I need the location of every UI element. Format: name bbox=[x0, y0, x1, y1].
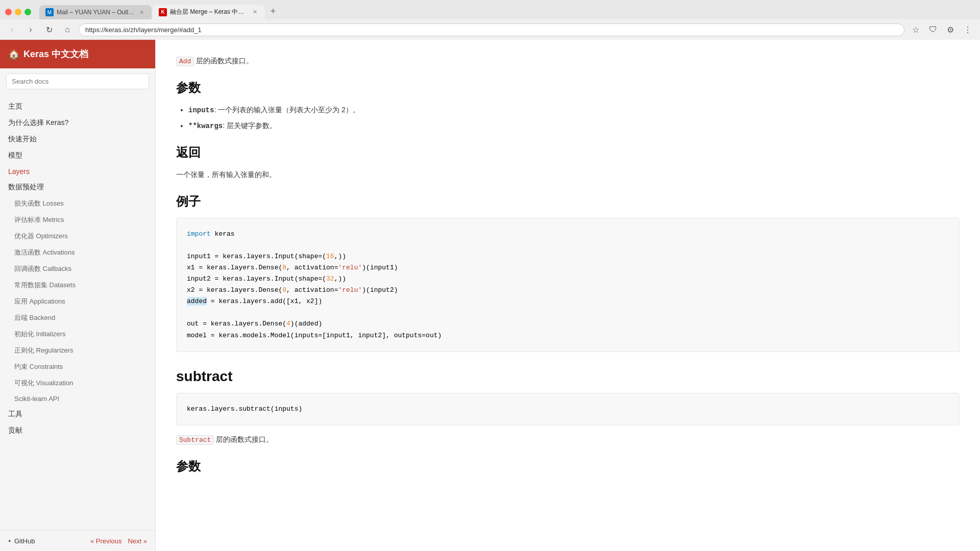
search-input[interactable] bbox=[6, 73, 149, 89]
sidebar-item-应用-applications[interactable]: 应用 Applications bbox=[0, 293, 155, 310]
code-line-5: x2 = keras.layers.Dense(8, activation='r… bbox=[187, 285, 949, 296]
param-inputs-desc: 一个列表的输入张量（列表大小至少为 2）。 bbox=[218, 106, 360, 114]
outlook-favicon: M bbox=[45, 8, 54, 16]
sidebar-item-激活函数-activations[interactable]: 激活函数 Activations bbox=[0, 244, 155, 261]
github-icon: ⭑ bbox=[8, 537, 11, 545]
sidebar-item-可视化-visualization[interactable]: 可视化 Visualization bbox=[0, 375, 155, 391]
tab-outlook[interactable]: M Mail – YUAN YUAN – Outlook ✕ bbox=[39, 5, 152, 19]
address-bar[interactable]: https://keras.io/zh/layers/merge/#add_1 bbox=[79, 23, 904, 36]
sidebar-item-评估标准-metrics[interactable]: 评估标准 Metrics bbox=[0, 212, 155, 228]
subtract-signature: keras.layers.subtract(inputs) bbox=[187, 405, 302, 413]
param-kwargs-name: **kwargs bbox=[188, 122, 223, 130]
param-kwargs-desc: 层关键字参数。 bbox=[227, 121, 277, 130]
code-line-blank1 bbox=[187, 240, 949, 251]
add-inline-code: Add bbox=[176, 57, 194, 66]
returns-desc: 一个张量，所有输入张量的和。 bbox=[176, 169, 960, 181]
main-content: Add 层的函数式接口。 参数 inputs: 一个列表的输入张量（列表大小至少… bbox=[156, 40, 980, 551]
sidebar-item-工具[interactable]: 工具 bbox=[0, 406, 155, 422]
sidebar-item-scikit-learn-api[interactable]: Scikit-learn API bbox=[0, 391, 155, 406]
param-inputs: inputs: 一个列表的输入张量（列表大小至少为 2）。 bbox=[188, 104, 960, 116]
title-bar: M Mail – YUAN YUAN – Outlook ✕ K 融合层 Mer… bbox=[0, 0, 980, 19]
example-title: 例子 bbox=[176, 193, 960, 210]
param-inputs-name: inputs bbox=[188, 106, 214, 114]
code-block-subtract-sig: keras.layers.subtract(inputs) bbox=[176, 393, 960, 425]
github-label: GitHub bbox=[14, 537, 35, 545]
traffic-lights bbox=[5, 9, 31, 15]
tab-bar: M Mail – YUAN YUAN – Outlook ✕ K 融合层 Mer… bbox=[39, 4, 975, 19]
code-line-4: input2 = keras.layers.Input(shape=(32,)) bbox=[187, 273, 949, 285]
returns-title: 返回 bbox=[176, 144, 960, 161]
sidebar-item-常用数据集-datasets[interactable]: 常用数据集 Datasets bbox=[0, 277, 155, 293]
sidebar-title: Keras 中文文档 bbox=[23, 48, 88, 60]
sidebar-item-损失函数-losses[interactable]: 损失函数 Losses bbox=[0, 195, 155, 212]
sidebar-item-贡献[interactable]: 贡献 bbox=[0, 422, 155, 439]
sidebar-item-后端-backend[interactable]: 后端 Backend bbox=[0, 310, 155, 326]
search-box bbox=[0, 68, 155, 94]
footer-nav: « Previous Next » bbox=[90, 537, 147, 545]
param-kwargs: **kwargs: 层关键字参数。 bbox=[188, 120, 960, 132]
sidebar-item-约束-constraints[interactable]: 约束 Constraints bbox=[0, 359, 155, 375]
shield-icon[interactable]: 🛡 bbox=[926, 22, 940, 37]
tab-keras[interactable]: K 融合层 Merge – Keras 中文文档 ✕ bbox=[153, 5, 265, 19]
sidebar-item-回调函数-callbacks[interactable]: 回调函数 Callbacks bbox=[0, 261, 155, 277]
sidebar-item-数据预处理[interactable]: 数据预处理 bbox=[0, 179, 155, 195]
main-layout: 🏠 Keras 中文文档 主页为什么选择 Keras?快速开始模型Layers数… bbox=[0, 40, 980, 551]
back-button[interactable]: ‹ bbox=[5, 22, 19, 37]
code-line-7: out = keras.layers.Dense(4)(added) bbox=[187, 318, 949, 330]
sidebar-item-layers[interactable]: Layers bbox=[0, 164, 155, 179]
browser-action-icons: ☆ 🛡 ⚙ ⋮ bbox=[909, 22, 975, 37]
add-functional-desc: Add 层的函数式接口。 bbox=[176, 55, 960, 67]
browser-chrome: M Mail – YUAN YUAN – Outlook ✕ K 融合层 Mer… bbox=[0, 0, 980, 40]
tab-keras-close[interactable]: ✕ bbox=[252, 8, 259, 16]
code-line-3: x1 = keras.layers.Dense(8, activation='r… bbox=[187, 262, 949, 273]
menu-icon[interactable]: ⋮ bbox=[961, 22, 975, 37]
code-block-add: import keras input1 = keras.layers.Input… bbox=[176, 218, 960, 352]
code-line-blank2 bbox=[187, 307, 949, 318]
tab-outlook-close[interactable]: ✕ bbox=[138, 8, 145, 16]
extensions-icon[interactable]: ⚙ bbox=[943, 22, 958, 37]
home-icon: 🏠 bbox=[8, 48, 19, 60]
close-button[interactable] bbox=[5, 9, 12, 15]
subtract-inline-code: Subtract bbox=[176, 435, 214, 445]
params-title: 参数 bbox=[176, 80, 960, 96]
navigation-bar: ‹ › ↻ ⌂ https://keras.io/zh/layers/merge… bbox=[0, 19, 980, 40]
minimize-button[interactable] bbox=[15, 9, 21, 15]
sidebar-item-初始化-initializers[interactable]: 初始化 Initializers bbox=[0, 326, 155, 342]
subtract-params-title: 参数 bbox=[176, 458, 960, 474]
code-line-6: added = keras.layers.add([x1, x2]) bbox=[187, 296, 949, 307]
sidebar-nav: 主页为什么选择 Keras?快速开始模型Layers数据预处理损失函数 Loss… bbox=[0, 94, 155, 530]
subtract-title: subtract bbox=[176, 368, 960, 385]
sidebar-footer: ⭑ GitHub « Previous Next » bbox=[0, 530, 155, 551]
sidebar: 🏠 Keras 中文文档 主页为什么选择 Keras?快速开始模型Layers数… bbox=[0, 40, 156, 551]
maximize-button[interactable] bbox=[24, 9, 31, 15]
tab-outlook-label: Mail – YUAN YUAN – Outlook bbox=[57, 9, 135, 16]
sidebar-item-优化器-optimizers[interactable]: 优化器 Optimizers bbox=[0, 228, 155, 244]
params-list: inputs: 一个列表的输入张量（列表大小至少为 2）。 **kwargs: … bbox=[188, 104, 960, 132]
home-button[interactable]: ⌂ bbox=[60, 22, 75, 37]
code-line-1: import keras bbox=[187, 229, 949, 240]
code-line-2: input1 = keras.layers.Input(shape=(16,)) bbox=[187, 251, 949, 262]
prev-link[interactable]: « Previous bbox=[90, 537, 121, 545]
bookmark-icon[interactable]: ☆ bbox=[909, 22, 923, 37]
sidebar-item-正则化-regularizers[interactable]: 正则化 Regularizers bbox=[0, 342, 155, 359]
address-text: https://keras.io/zh/layers/merge/#add_1 bbox=[85, 26, 898, 34]
subtract-functional-desc: Subtract 层的函数式接口。 bbox=[176, 434, 960, 446]
github-link[interactable]: ⭑ GitHub bbox=[8, 537, 35, 545]
sidebar-item-为什么选择-keras?[interactable]: 为什么选择 Keras? bbox=[0, 115, 155, 131]
sidebar-item-快速开始[interactable]: 快速开始 bbox=[0, 131, 155, 147]
code-line-8: model = keras.models.Model(inputs=[input… bbox=[187, 330, 949, 341]
forward-button[interactable]: › bbox=[23, 22, 38, 37]
sidebar-header: 🏠 Keras 中文文档 bbox=[0, 40, 155, 68]
sidebar-item-主页[interactable]: 主页 bbox=[0, 98, 155, 115]
new-tab-button[interactable]: + bbox=[266, 4, 280, 18]
next-link[interactable]: Next » bbox=[128, 537, 147, 545]
keras-favicon: K bbox=[159, 8, 167, 16]
reload-button[interactable]: ↻ bbox=[42, 22, 56, 37]
tab-keras-label: 融合层 Merge – Keras 中文文档 bbox=[170, 8, 249, 16]
sidebar-item-模型[interactable]: 模型 bbox=[0, 147, 155, 164]
